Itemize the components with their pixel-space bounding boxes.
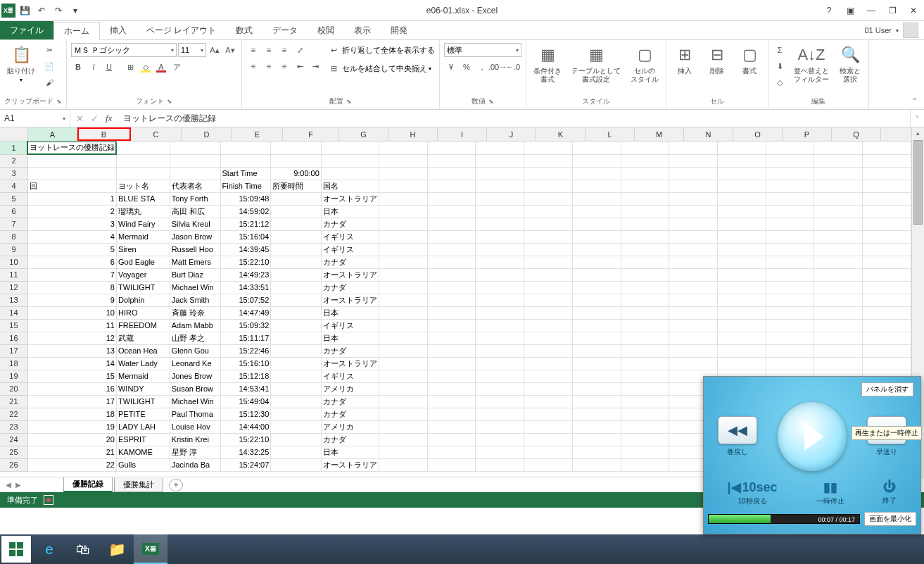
cell[interactable]: 15:22:10 bbox=[220, 256, 271, 268]
cell[interactable]: Susan Brow bbox=[170, 382, 220, 395]
cell[interactable] bbox=[427, 243, 476, 256]
conditional-format-button[interactable]: ▦条件付き 書式 bbox=[531, 43, 564, 85]
cell[interactable]: 15:16:04 bbox=[220, 230, 271, 243]
cell[interactable] bbox=[170, 167, 220, 180]
cell[interactable]: 武蔵 bbox=[116, 332, 170, 344]
cell[interactable] bbox=[669, 192, 718, 205]
hide-panel-button[interactable]: パネルを消す bbox=[861, 382, 913, 396]
col-header-Q[interactable]: Q bbox=[832, 127, 881, 141]
cell[interactable] bbox=[621, 446, 669, 458]
cell[interactable]: 山野 孝之 bbox=[170, 332, 220, 344]
border-button[interactable]: ⊞ bbox=[123, 60, 137, 74]
cell[interactable]: 4 bbox=[27, 230, 116, 243]
cell[interactable] bbox=[476, 294, 524, 306]
cell[interactable] bbox=[476, 306, 524, 319]
cell[interactable] bbox=[379, 370, 427, 382]
cell[interactable] bbox=[572, 268, 621, 281]
cell[interactable] bbox=[476, 395, 524, 408]
cell[interactable] bbox=[814, 167, 863, 180]
cell[interactable] bbox=[476, 370, 524, 382]
cell[interactable] bbox=[572, 306, 621, 319]
copy-button[interactable]: 📄 bbox=[42, 59, 56, 73]
cell[interactable]: アメリカ bbox=[321, 382, 379, 395]
cell[interactable] bbox=[524, 408, 573, 420]
cell[interactable] bbox=[572, 205, 621, 218]
cell[interactable] bbox=[766, 230, 814, 243]
cell[interactable] bbox=[718, 154, 766, 167]
cell[interactable] bbox=[524, 306, 573, 319]
cell[interactable] bbox=[863, 192, 911, 205]
cell[interactable] bbox=[524, 319, 573, 332]
cell[interactable] bbox=[524, 446, 573, 458]
bold-button[interactable]: B bbox=[71, 60, 85, 74]
cell[interactable]: カナダ bbox=[321, 256, 379, 268]
cell[interactable] bbox=[863, 344, 911, 357]
cell[interactable]: Start Time bbox=[220, 167, 271, 180]
cell[interactable] bbox=[572, 344, 621, 357]
cell[interactable] bbox=[524, 142, 573, 154]
cell[interactable] bbox=[427, 344, 476, 357]
cell[interactable]: 13 bbox=[27, 344, 116, 357]
cell[interactable] bbox=[863, 142, 911, 154]
cell[interactable] bbox=[271, 332, 322, 344]
cell[interactable] bbox=[863, 281, 911, 294]
col-header-F[interactable]: F bbox=[283, 127, 339, 141]
fill-button[interactable]: ⬇ bbox=[773, 59, 787, 73]
cell[interactable] bbox=[814, 319, 863, 332]
cell[interactable]: オーストラリア bbox=[321, 357, 379, 370]
cell[interactable] bbox=[718, 319, 766, 332]
align-left-button[interactable]: ≡ bbox=[246, 59, 260, 73]
sheet-tab-2[interactable]: 優勝集計 bbox=[114, 478, 163, 492]
cell[interactable] bbox=[524, 357, 573, 370]
cell[interactable]: BLUE STA bbox=[116, 192, 170, 205]
cell[interactable]: 14:32:25 bbox=[220, 446, 271, 458]
cell[interactable]: 9 bbox=[27, 294, 116, 306]
cell[interactable] bbox=[863, 243, 911, 256]
cell[interactable] bbox=[476, 332, 524, 344]
cell[interactable]: FREEDOM bbox=[116, 319, 170, 332]
increase-indent-button[interactable]: ⇥ bbox=[308, 59, 322, 73]
cell[interactable] bbox=[718, 243, 766, 256]
col-header-D[interactable]: D bbox=[182, 127, 232, 141]
cell[interactable] bbox=[572, 433, 621, 446]
merge-center-button[interactable]: ⊟セルを結合して中央揃え▾ bbox=[327, 61, 435, 75]
cell[interactable] bbox=[669, 142, 718, 154]
cell[interactable] bbox=[476, 180, 524, 192]
cell[interactable] bbox=[572, 218, 621, 230]
cell[interactable] bbox=[572, 408, 621, 420]
cell[interactable] bbox=[476, 382, 524, 395]
cell[interactable]: カナダ bbox=[321, 408, 379, 420]
cell[interactable] bbox=[379, 344, 427, 357]
cell[interactable]: 15:24:07 bbox=[220, 458, 271, 471]
cell[interactable] bbox=[379, 332, 427, 344]
cell[interactable] bbox=[271, 395, 322, 408]
cell[interactable] bbox=[669, 154, 718, 167]
cell[interactable]: Voyager bbox=[116, 268, 170, 281]
cell[interactable] bbox=[718, 281, 766, 294]
cell[interactable]: 回 bbox=[27, 180, 116, 192]
cell[interactable]: 19 bbox=[27, 420, 116, 433]
cell[interactable]: 15:49:04 bbox=[220, 395, 271, 408]
cell[interactable]: 14:59:02 bbox=[220, 205, 271, 218]
taskbar-store[interactable]: 🛍 bbox=[66, 534, 100, 564]
new-sheet-button[interactable]: + bbox=[169, 479, 183, 491]
cell[interactable] bbox=[427, 332, 476, 344]
cell[interactable]: 高田 和広 bbox=[170, 205, 220, 218]
cell[interactable] bbox=[220, 154, 271, 167]
cell[interactable] bbox=[476, 218, 524, 230]
cell[interactable]: Leonard Ke bbox=[170, 357, 220, 370]
cell[interactable]: 14:49:23 bbox=[220, 268, 271, 281]
cell[interactable] bbox=[572, 382, 621, 395]
cell[interactable]: 15:09:32 bbox=[220, 319, 271, 332]
cell[interactable] bbox=[476, 230, 524, 243]
cell[interactable] bbox=[379, 154, 427, 167]
cell[interactable] bbox=[476, 319, 524, 332]
cell[interactable]: 14 bbox=[27, 357, 116, 370]
cell[interactable] bbox=[766, 268, 814, 281]
cell[interactable] bbox=[766, 357, 814, 370]
col-header-B[interactable]: B bbox=[77, 127, 131, 141]
enter-formula-button[interactable]: ✓ bbox=[91, 113, 99, 124]
cell[interactable] bbox=[572, 180, 621, 192]
taskbar-excel[interactable]: X≣ bbox=[134, 534, 167, 564]
col-header-H[interactable]: H bbox=[388, 127, 438, 141]
